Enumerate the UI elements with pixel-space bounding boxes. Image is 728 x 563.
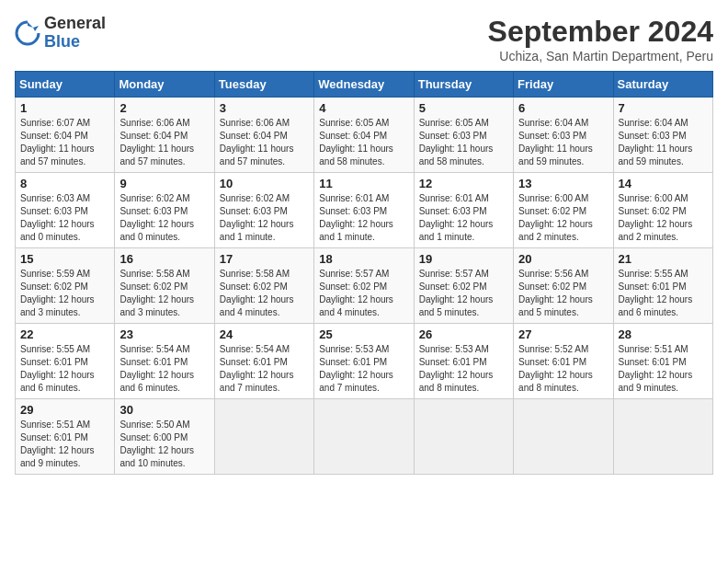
calendar-table: SundayMondayTuesdayWednesdayThursdayFrid… [15,71,713,475]
daylight-text: Daylight: 12 hours and 4 minutes. [220,294,294,317]
day-number: 25 [319,327,408,341]
sunset-text: Sunset: 6:01 PM [220,357,288,367]
logo-blue: Blue [44,33,106,52]
daylight-text: Daylight: 12 hours and 2 minutes. [619,219,693,242]
sunrise-text: Sunrise: 5:54 AM [220,344,290,354]
calendar-cell: 2 Sunrise: 6:06 AM Sunset: 6:04 PM Dayli… [115,98,214,173]
sunrise-text: Sunrise: 5:55 AM [20,344,90,354]
sunrise-text: Sunrise: 6:02 AM [220,193,290,203]
sunrise-text: Sunrise: 5:53 AM [419,344,489,354]
day-number: 13 [518,177,608,190]
sunrise-text: Sunrise: 6:07 AM [20,118,90,128]
title-block: September 2024 Uchiza, San Martin Depart… [488,15,713,63]
daylight-text: Daylight: 11 hours and 59 minutes. [619,144,693,167]
daylight-text: Daylight: 12 hours and 3 minutes. [20,294,95,317]
daylight-text: Daylight: 12 hours and 1 minute. [419,219,494,242]
day-number: 5 [419,101,508,115]
day-number: 24 [220,327,309,341]
logo-general: General [44,15,106,33]
calendar-cell: 1 Sunrise: 6:07 AM Sunset: 6:04 PM Dayli… [16,98,115,173]
day-info: Sunrise: 5:51 AM Sunset: 6:01 PM Dayligh… [619,343,708,395]
sunset-text: Sunset: 6:02 PM [119,282,188,292]
calendar-week-1: 1 Sunrise: 6:07 AM Sunset: 6:04 PM Dayli… [16,98,713,173]
day-info: Sunrise: 6:04 AM Sunset: 6:03 PM Dayligh… [619,117,708,168]
sunrise-text: Sunrise: 5:58 AM [119,269,189,279]
sunset-text: Sunset: 6:01 PM [20,432,88,442]
sunrise-text: Sunrise: 6:00 AM [619,193,688,203]
day-info: Sunrise: 5:58 AM Sunset: 6:02 PM Dayligh… [119,268,209,319]
day-number: 28 [619,327,708,341]
calendar-cell: 6 Sunrise: 6:04 AM Sunset: 6:03 PM Dayli… [514,98,613,173]
calendar-cell: 20 Sunrise: 5:56 AM Sunset: 6:02 PM Dayl… [514,248,613,324]
sunset-text: Sunset: 6:02 PM [518,206,586,216]
sunset-text: Sunset: 6:01 PM [518,357,586,367]
daylight-text: Daylight: 12 hours and 1 minute. [220,219,294,242]
sunrise-text: Sunrise: 5:57 AM [319,269,389,279]
sunrise-text: Sunrise: 5:55 AM [619,269,688,279]
sunset-text: Sunset: 6:02 PM [518,282,586,292]
calendar-cell [514,399,613,475]
calendar-cell: 13 Sunrise: 6:00 AM Sunset: 6:02 PM Dayl… [514,173,613,248]
calendar-cell [414,399,513,475]
sunrise-text: Sunrise: 6:00 AM [518,193,588,203]
sunrise-text: Sunrise: 5:52 AM [518,344,588,354]
daylight-text: Daylight: 12 hours and 3 minutes. [119,294,194,317]
calendar-week-3: 15 Sunrise: 5:59 AM Sunset: 6:02 PM Dayl… [16,248,713,324]
calendar-cell: 17 Sunrise: 5:58 AM Sunset: 6:02 PM Dayl… [214,248,313,324]
day-info: Sunrise: 6:00 AM Sunset: 6:02 PM Dayligh… [518,192,608,244]
page-header: General Blue September 2024 Uchiza, San … [15,15,713,63]
weekday-header-wednesday: Wednesday [314,72,414,98]
day-number: 15 [20,252,109,266]
day-info: Sunrise: 5:58 AM Sunset: 6:02 PM Dayligh… [220,268,309,319]
sunrise-text: Sunrise: 6:06 AM [119,118,189,128]
day-info: Sunrise: 5:54 AM Sunset: 6:01 PM Dayligh… [119,343,209,395]
daylight-text: Daylight: 12 hours and 7 minutes. [220,370,294,393]
sunrise-text: Sunrise: 6:03 AM [20,193,90,203]
weekday-header-sunday: Sunday [16,72,115,98]
sunset-text: Sunset: 6:04 PM [319,131,387,141]
calendar-cell [613,399,712,475]
day-number: 19 [419,252,508,266]
sunrise-text: Sunrise: 6:02 AM [119,193,189,203]
day-number: 23 [119,327,209,341]
day-info: Sunrise: 6:02 AM Sunset: 6:03 PM Dayligh… [220,192,309,244]
calendar-cell: 18 Sunrise: 5:57 AM Sunset: 6:02 PM Dayl… [314,248,414,324]
weekday-header-tuesday: Tuesday [214,72,313,98]
daylight-text: Daylight: 12 hours and 9 minutes. [20,445,95,468]
calendar-cell: 23 Sunrise: 5:54 AM Sunset: 6:01 PM Dayl… [115,324,214,399]
weekday-header-monday: Monday [115,72,214,98]
calendar-cell: 10 Sunrise: 6:02 AM Sunset: 6:03 PM Dayl… [214,173,313,248]
day-number: 11 [319,177,408,190]
daylight-text: Daylight: 11 hours and 59 minutes. [518,144,593,167]
calendar-cell: 27 Sunrise: 5:52 AM Sunset: 6:01 PM Dayl… [514,324,613,399]
sunset-text: Sunset: 6:02 PM [319,282,387,292]
sunset-text: Sunset: 6:01 PM [619,357,687,367]
sunset-text: Sunset: 6:03 PM [419,206,487,216]
daylight-text: Daylight: 12 hours and 5 minutes. [518,294,593,317]
daylight-text: Daylight: 12 hours and 5 minutes. [419,294,494,317]
calendar-cell: 8 Sunrise: 6:03 AM Sunset: 6:03 PM Dayli… [16,173,115,248]
day-info: Sunrise: 6:06 AM Sunset: 6:04 PM Dayligh… [119,117,209,168]
sunset-text: Sunset: 6:00 PM [119,432,188,442]
day-info: Sunrise: 5:57 AM Sunset: 6:02 PM Dayligh… [419,268,508,319]
day-number: 6 [518,101,608,115]
day-number: 26 [419,327,508,341]
calendar-cell: 16 Sunrise: 5:58 AM Sunset: 6:02 PM Dayl… [115,248,214,324]
calendar-cell: 21 Sunrise: 5:55 AM Sunset: 6:01 PM Dayl… [613,248,712,324]
sunset-text: Sunset: 6:01 PM [619,282,687,292]
calendar-cell: 25 Sunrise: 5:53 AM Sunset: 6:01 PM Dayl… [314,324,414,399]
sunrise-text: Sunrise: 6:04 AM [619,118,688,128]
day-info: Sunrise: 6:03 AM Sunset: 6:03 PM Dayligh… [20,192,109,244]
sunset-text: Sunset: 6:03 PM [518,131,586,141]
day-number: 29 [20,403,109,417]
day-number: 1 [20,101,109,115]
daylight-text: Daylight: 11 hours and 57 minutes. [20,144,95,167]
weekday-header-friday: Friday [514,72,613,98]
day-info: Sunrise: 5:57 AM Sunset: 6:02 PM Dayligh… [319,268,408,319]
sunset-text: Sunset: 6:03 PM [419,131,487,141]
day-number: 10 [220,177,309,190]
day-number: 2 [119,101,209,115]
day-info: Sunrise: 5:59 AM Sunset: 6:02 PM Dayligh… [20,268,109,319]
day-info: Sunrise: 5:54 AM Sunset: 6:01 PM Dayligh… [220,343,309,395]
sunset-text: Sunset: 6:03 PM [20,206,88,216]
